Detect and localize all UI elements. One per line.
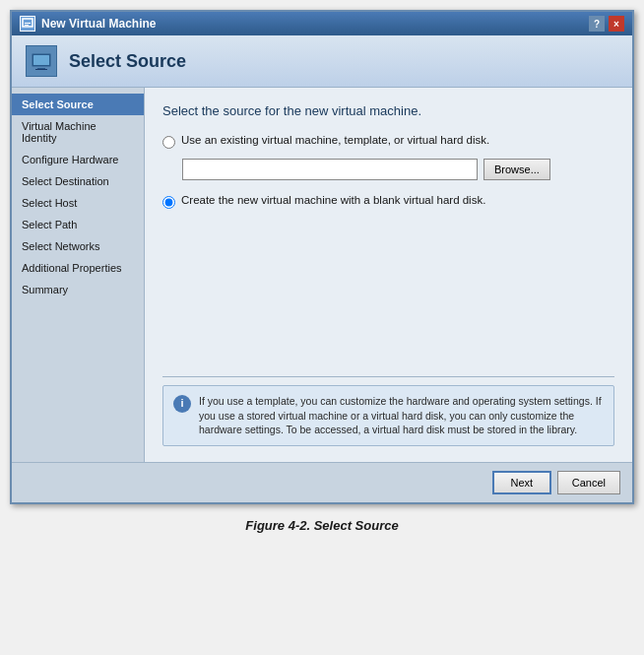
info-box: i If you use a template, you can customi…	[162, 385, 614, 446]
window-title: New Virtual Machine	[41, 17, 156, 31]
svg-rect-2	[25, 25, 29, 26]
option2-label[interactable]: Create the new virtual machine with a bl…	[181, 194, 485, 206]
header-title: Select Source	[69, 51, 186, 72]
main-content: Select Source Virtual Machine Identity C…	[12, 88, 632, 462]
option2-row: Create the new virtual machine with a bl…	[162, 194, 614, 209]
content-title: Select the source for the new virtual ma…	[162, 103, 614, 118]
browse-row: Browse...	[182, 159, 614, 180]
option1-radio[interactable]	[162, 136, 175, 149]
info-text: If you use a template, you can customize…	[199, 394, 604, 437]
svg-rect-1	[25, 23, 31, 24]
sidebar-item-additional-properties[interactable]: Additional Properties	[12, 257, 144, 279]
option2-radio[interactable]	[162, 196, 175, 209]
header-bar: Select Source	[12, 35, 632, 88]
sidebar-item-vm-identity[interactable]: Virtual Machine Identity	[12, 115, 144, 149]
help-button[interactable]: ?	[589, 16, 605, 32]
cancel-button[interactable]: Cancel	[557, 471, 620, 494]
title-bar: New Virtual Machine ? ×	[12, 12, 632, 35]
title-bar-controls: ? ×	[589, 16, 624, 32]
sidebar-item-select-host[interactable]: Select Host	[12, 192, 144, 214]
title-bar-left: New Virtual Machine	[20, 16, 156, 32]
browse-button[interactable]: Browse...	[483, 159, 550, 180]
content-wrapper: Select the source for the new virtual ma…	[162, 103, 614, 446]
virtual-machine-window: New Virtual Machine ? × Select Source	[10, 10, 634, 504]
sidebar-item-select-destination[interactable]: Select Destination	[12, 170, 144, 192]
option1-row: Use an existing virtual machine, templat…	[162, 134, 614, 149]
footer: Next Cancel	[12, 462, 632, 502]
svg-rect-4	[33, 55, 49, 65]
next-button[interactable]: Next	[492, 471, 551, 494]
close-button[interactable]: ×	[609, 16, 624, 32]
content-area: Select the source for the new virtual ma…	[145, 88, 632, 462]
sidebar-item-summary[interactable]: Summary	[12, 279, 144, 300]
sidebar-item-select-networks[interactable]: Select Networks	[12, 235, 144, 257]
window-icon	[20, 16, 35, 32]
option1-label[interactable]: Use an existing virtual machine, templat…	[181, 134, 489, 146]
sidebar-item-select-source[interactable]: Select Source	[12, 94, 144, 115]
sidebar-item-select-path[interactable]: Select Path	[12, 214, 144, 235]
browse-input[interactable]	[182, 159, 478, 180]
info-icon: i	[173, 395, 191, 413]
header-icon	[26, 45, 57, 77]
divider	[162, 376, 614, 377]
options-section: Select the source for the new virtual ma…	[162, 103, 614, 234]
svg-rect-6	[35, 69, 47, 70]
figure-caption: Figure 4-2. Select Source	[245, 518, 398, 533]
sidebar-item-configure-hardware[interactable]: Configure Hardware	[12, 149, 144, 170]
sidebar: Select Source Virtual Machine Identity C…	[12, 88, 145, 462]
